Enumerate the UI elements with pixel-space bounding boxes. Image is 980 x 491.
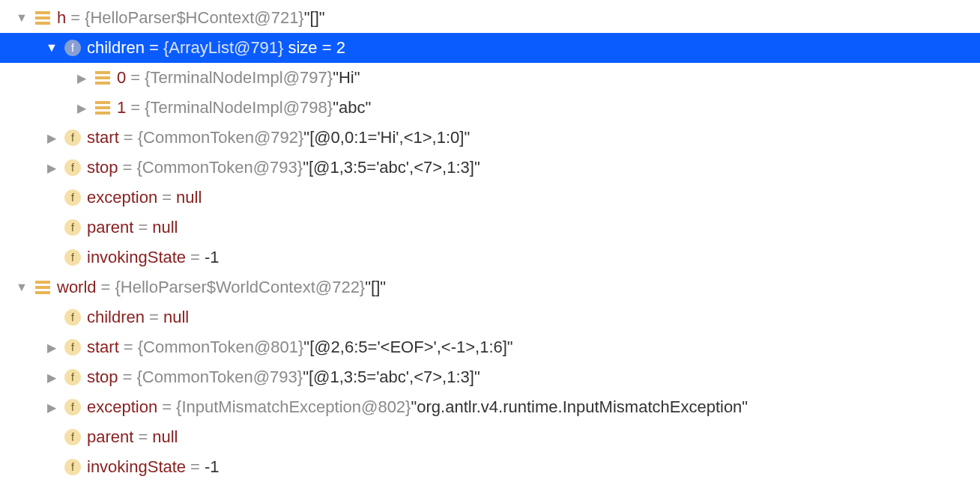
variable-type: {CommonToken@792} <box>138 128 304 147</box>
tree-row[interactable]: ▶fstart = {CommonToken@801} "[@2,6:5='<E… <box>0 332 980 362</box>
variable-value: "[@0,0:1='Hi',<1>,1:0]" <box>303 128 470 147</box>
expand-arrow-right-icon[interactable]: ▶ <box>43 161 60 175</box>
svg-rect-7 <box>95 106 110 109</box>
variable-name: 0 <box>117 68 126 88</box>
variable-null-value: null <box>152 218 178 237</box>
svg-rect-2 <box>35 22 50 25</box>
variable-value: "[]" <box>304 8 325 28</box>
expand-arrow-right-icon[interactable]: ▶ <box>43 131 60 145</box>
equals-sign: = <box>149 38 159 58</box>
variable-name: start <box>87 338 119 357</box>
variable-name: stop <box>87 368 118 387</box>
variable-value: -1 <box>205 248 220 267</box>
field-icon: f <box>64 249 81 266</box>
tree-row[interactable]: ▼world = {HelloParser$WorldContext@722} … <box>0 272 980 302</box>
equals-sign: = <box>162 397 172 417</box>
tree-row[interactable]: ▶finvokingState = -1 <box>0 243 980 272</box>
tree-row[interactable]: ▶1 = {TerminalNodeImpl@798} "abc" <box>0 93 980 123</box>
svg-rect-6 <box>95 101 110 104</box>
equals-sign: = <box>101 278 111 297</box>
expand-arrow-right-icon[interactable]: ▶ <box>73 101 90 115</box>
svg-rect-9 <box>35 281 50 284</box>
equals-sign: = <box>70 8 80 28</box>
field-icon: f <box>64 309 81 326</box>
variable-type: {HelloParser$HContext@721} <box>85 8 304 28</box>
variable-name: parent <box>87 218 133 237</box>
expand-arrow-right-icon[interactable]: ▶ <box>73 71 90 85</box>
variable-type: {CommonToken@793} <box>136 368 303 387</box>
equals-sign: = <box>162 188 172 207</box>
field-icon: f <box>64 429 81 445</box>
variable-type: {TerminalNodeImpl@797} <box>145 68 333 88</box>
variable-null-value: null <box>163 308 189 327</box>
variable-name: world <box>57 278 97 297</box>
equals-sign: = <box>190 248 200 267</box>
equals-sign: = <box>123 158 133 177</box>
variable-type: {ArrayList@791} <box>163 38 284 58</box>
variable-name: parent <box>87 427 133 447</box>
variable-value: "org.antlr.v4.runtime.InputMismatchExcep… <box>411 397 748 417</box>
field-icon: f <box>64 159 81 176</box>
equals-sign: = <box>149 308 159 327</box>
svg-rect-1 <box>35 16 50 19</box>
field-icon: f <box>64 219 81 236</box>
variable-name: h <box>57 8 66 28</box>
tree-row[interactable]: ▶fparent = null <box>0 213 980 243</box>
expand-arrow-right-icon[interactable]: ▶ <box>43 341 60 355</box>
equals-sign: = <box>138 427 148 447</box>
equals-sign: = <box>138 218 148 237</box>
variable-value: "[@2,6:5='<EOF>',<-1>,1:6]" <box>303 338 512 357</box>
variable-value: "[@1,3:5='abc',<7>,1:3]" <box>303 158 480 177</box>
variable-value: "[@1,3:5='abc',<7>,1:3]" <box>303 368 480 387</box>
variable-name: invokingState <box>87 248 186 267</box>
tree-row[interactable]: ▼h = {HelloParser$HContext@721} "[]" <box>0 3 980 33</box>
variable-extra: size = 2 <box>288 38 345 58</box>
equals-sign: = <box>124 128 133 147</box>
expand-arrow-down-icon[interactable]: ▼ <box>13 11 30 25</box>
svg-rect-0 <box>35 11 50 14</box>
variable-value: "[]" <box>365 278 386 297</box>
tree-row[interactable]: ▼fchildren = {ArrayList@791} size = 2 <box>0 33 980 63</box>
expand-arrow-down-icon[interactable]: ▼ <box>13 281 30 294</box>
svg-rect-10 <box>35 286 50 289</box>
debug-variables-tree[interactable]: ▼h = {HelloParser$HContext@721} "[]"▼fch… <box>0 0 980 485</box>
tree-row[interactable]: ▶0 = {TerminalNodeImpl@797} "Hi" <box>0 63 980 93</box>
variable-null-value: null <box>152 427 178 447</box>
tree-row[interactable]: ▶fexception = null <box>0 183 980 213</box>
equals-sign: = <box>123 368 133 387</box>
svg-rect-3 <box>95 71 110 74</box>
variable-type: {HelloParser$WorldContext@722} <box>115 278 365 297</box>
list-icon <box>34 279 51 296</box>
equals-sign: = <box>130 98 140 118</box>
tree-row[interactable]: ▶finvokingState = -1 <box>0 452 980 482</box>
tree-row[interactable]: ▶fstart = {CommonToken@792} "[@0,0:1='Hi… <box>0 123 980 153</box>
expand-arrow-down-icon[interactable]: ▼ <box>43 41 60 55</box>
equals-sign: = <box>190 457 200 477</box>
tree-row[interactable]: ▶fchildren = null <box>0 302 980 332</box>
variable-type: {TerminalNodeImpl@798} <box>145 98 333 118</box>
list-icon <box>94 70 111 86</box>
expand-arrow-right-icon[interactable]: ▶ <box>43 370 60 385</box>
variable-value: -1 <box>205 457 220 477</box>
equals-sign: = <box>124 338 133 357</box>
variable-name: start <box>87 128 119 147</box>
variable-value: "abc" <box>333 98 371 118</box>
tree-row[interactable]: ▶fstop = {CommonToken@793} "[@1,3:5='abc… <box>0 153 980 183</box>
variable-name: children <box>87 308 145 327</box>
variable-name: children <box>87 38 145 58</box>
field-icon: f <box>64 399 81 415</box>
field-icon: f <box>64 369 81 385</box>
list-icon <box>34 10 51 26</box>
svg-rect-11 <box>35 291 50 294</box>
variable-name: invokingState <box>87 457 186 477</box>
expand-arrow-right-icon[interactable]: ▶ <box>43 400 60 415</box>
variable-type: {InputMismatchException@802} <box>176 397 411 417</box>
tree-row[interactable]: ▶fstop = {CommonToken@793} "[@1,3:5='abc… <box>0 362 980 392</box>
tree-row[interactable]: ▶fparent = null <box>0 422 980 452</box>
field-icon: f <box>64 459 81 475</box>
variable-name: 1 <box>117 98 126 118</box>
variable-type: {CommonToken@801} <box>138 338 304 357</box>
tree-row[interactable]: ▶fexception = {InputMismatchException@80… <box>0 392 980 422</box>
variable-null-value: null <box>176 188 202 207</box>
variable-value: "Hi" <box>333 68 360 88</box>
